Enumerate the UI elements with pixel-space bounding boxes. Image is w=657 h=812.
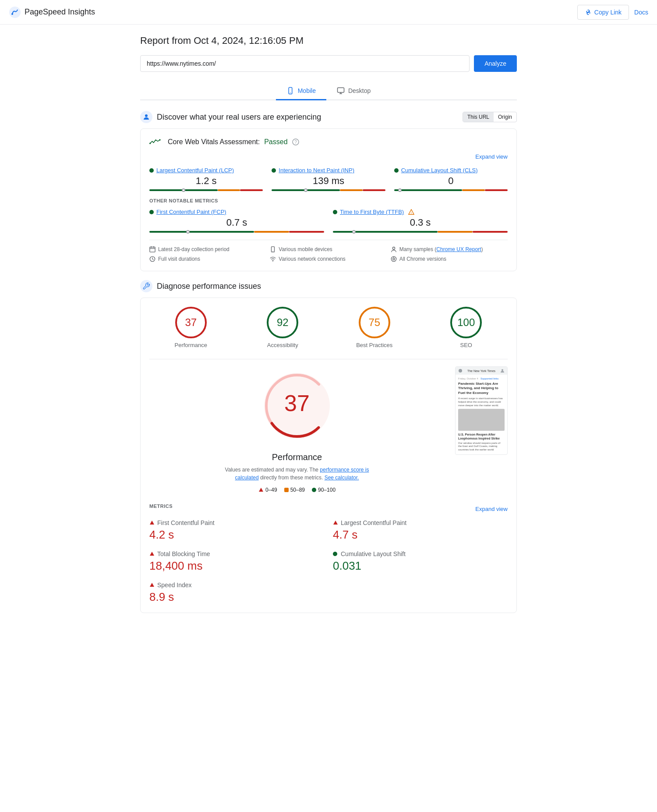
svg-point-4 [290,92,291,93]
cls-bottom-label: Cumulative Layout Shift [333,550,508,557]
cwv-status: Passed [264,138,287,146]
cwv-footer-collection-text: Latest 28-day collection period [158,246,230,252]
svg-point-6 [145,114,148,117]
screenshot-caption-text: Our window should reopens parts of the E… [458,442,505,452]
clock-icon [149,256,155,262]
link-icon [585,9,592,16]
perf-desc-start: Values are estimated and may vary. The [225,467,320,473]
see-calculator-link[interactable]: See calculator. [325,475,359,481]
url-bar: Analyze [140,55,517,72]
info-icon: ? [292,138,299,145]
performance-score-circle: 37 [175,307,207,338]
inp-value: 139 ms [272,175,385,187]
score-legend: 0–49 50–89 90–100 [149,487,445,493]
lcp-label[interactable]: Largest Contentful Paint (LCP) [149,167,263,174]
tbt-bottom-label-text: Total Blocking Time [157,550,210,557]
desktop-tab-label: Desktop [348,87,371,94]
chrome-ux-link[interactable]: Chrome UX Report [436,246,481,252]
cls-bar [394,189,508,191]
lcp-metric: Largest Contentful Paint (LCP) 1.2 s [149,167,263,191]
diagnose-card: 37 Performance 92 Accessibility 75 Best … [140,298,517,613]
svg-point-1 [11,13,13,15]
cwv-icon [149,138,163,146]
fcp-label-text: First Contentful Paint (FCP) [156,209,226,215]
ttfb-label[interactable]: Time to First Byte (TTFB) ! [333,209,508,215]
inp-label[interactable]: Interaction to Next Paint (INP) [272,167,385,174]
seo-score-circle: 100 [450,307,482,338]
orange-square-icon [284,488,289,492]
diagnose-title: Diagnose performance issues [157,282,261,291]
svg-point-7 [149,143,151,144]
url-input[interactable] [140,55,470,72]
cls-label[interactable]: Cumulative Layout Shift (CLS) [394,167,508,174]
main-content: Report from Oct 4, 2024, 12:16:05 PM Ana… [131,25,526,632]
screenshot-caption-title: U.S. Person Reopen After Loophomous Insp… [458,433,505,440]
docs-link[interactable]: Docs [634,9,648,16]
this-url-btn[interactable]: This URL [463,112,494,122]
fcp-dot [149,210,154,214]
si-bottom-label: Speed Index [149,582,324,589]
tbt-bottom-label: Total Blocking Time [149,550,324,557]
cwv-metrics-grid: Largest Contentful Paint (LCP) 1.2 s Int… [149,167,508,191]
scores-grid: 37 Performance 92 Accessibility 75 Best … [149,307,508,348]
copy-link-button[interactable]: Copy Link [577,5,629,20]
screenshot-image [458,409,505,431]
logo-text: PageSpeed Insights [25,7,95,17]
ttfb-bar [333,231,508,233]
metrics-expand-view-btn[interactable]: Expand view [475,506,508,512]
cwv-header: Core Web Vitals Assessment: Passed ? [149,138,508,146]
perf-title: Performance [149,452,445,462]
lcp-bottom-label: Largest Contentful Paint [333,519,508,526]
tab-mobile[interactable]: Mobile [276,82,326,100]
si-bottom-metric: Speed Index 8.9 s [149,582,324,604]
best-practices-score-value: 75 [368,316,380,329]
seo-score-value: 100 [457,316,475,329]
performance-score-area: 37 Performance Values are estimated and … [149,366,445,493]
expand-view-btn[interactable]: Expand view [149,153,508,160]
analyze-button[interactable]: Analyze [474,55,517,72]
cwv-footer-durations-text: Full visit durations [158,256,200,262]
accessibility-score-value: 92 [277,316,289,329]
users-icon [142,113,150,121]
other-metrics-grid: First Contentful Paint (FCP) 0.7 s Time … [149,209,508,233]
legend-green-label: 90–100 [318,487,336,493]
cls-bottom-value: 0.031 [333,559,508,573]
svg-point-0 [9,7,21,18]
cls-value: 0 [394,175,508,187]
lcp-bottom-label-text: Largest Contentful Paint [341,519,406,526]
cwv-footer-chrome-text: All Chrome versions [399,256,446,262]
best-practices-score-label: Best Practices [356,342,392,348]
best-practices-score-item: 75 Best Practices [356,307,392,348]
cwv-footer-item-chrome: All Chrome versions [391,256,508,262]
warning-icon: ! [408,209,414,215]
cwv-footer: Latest 28-day collection period Various … [149,240,508,262]
diagnose-icon [140,280,152,292]
mobile-icon [286,87,294,95]
red-triangle-icon [258,487,264,493]
inp-metric: Interaction to Next Paint (INP) 139 ms [272,167,385,191]
svg-point-18 [392,247,395,249]
wrench-icon [142,282,150,290]
cwv-footer-item-devices: Various mobile devices [270,246,387,252]
red-triangle-lcp-icon [333,520,338,525]
cwv-section-header: Discover what your real users are experi… [140,111,517,123]
desktop-icon [337,87,345,95]
cwv-footer-item-collection: Latest 28-day collection period [149,246,266,252]
accessibility-score-label: Accessibility [267,342,298,348]
screenshot-date: Friday, October 4 Supported links [458,377,505,381]
pagespeed-logo-icon [9,6,21,18]
screenshot-header: The New York Times [456,367,507,375]
cls-label-text: Cumulative Layout Shift (CLS) [401,167,478,174]
origin-btn[interactable]: Origin [494,112,516,122]
perf-desc: Values are estimated and may vary. The p… [223,466,371,482]
fcp-label[interactable]: First Contentful Paint (FCP) [149,209,324,215]
large-score-container: 37 [258,366,336,445]
fcp-value: 0.7 s [149,217,324,228]
seo-score-label: SEO [450,342,482,348]
tab-desktop[interactable]: Desktop [326,82,381,100]
ttfb-metric: Time to First Byte (TTFB) ! 0.3 s [333,209,508,233]
performance-score-value: 37 [185,316,197,329]
cls-bottom-metric: Cumulative Layout Shift 0.031 [333,550,508,573]
svg-point-20 [272,261,273,262]
people-icon [391,246,397,252]
